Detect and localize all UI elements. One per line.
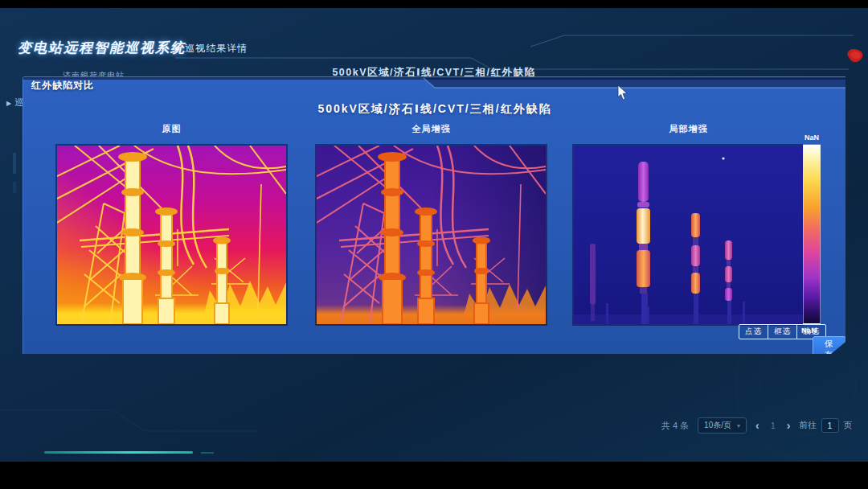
- thermal-image-local-enhanced[interactable]: [572, 144, 805, 326]
- point-select-button[interactable]: 点选: [739, 324, 768, 339]
- app-screen: 变电站远程智能巡视系统 济南银荷变电站 ▶巡视结果详情 500kV区域/济石Ⅰ线…: [0, 8, 868, 462]
- temperature-colorbar: [803, 144, 821, 324]
- brand-logo-icon: [842, 46, 866, 65]
- thermal-image-original[interactable]: [55, 144, 288, 326]
- triangle-bullet-icon: ▶: [175, 45, 181, 52]
- colorbar-max-label: NaN: [798, 134, 825, 142]
- modal-top-trim: [23, 77, 846, 92]
- prev-page-button[interactable]: ‹: [755, 420, 760, 431]
- jump-page-input[interactable]: [821, 418, 839, 433]
- panel-label-global-enhanced: 全局增强: [317, 123, 546, 135]
- page-size-value: 10条/页: [704, 420, 731, 431]
- thermal-image-global-enhanced[interactable]: [315, 144, 547, 326]
- panel-label-original: 原图: [57, 123, 286, 135]
- sidebar-item-clipped[interactable]: ▶巡: [6, 97, 23, 109]
- progress-accent-dot: [201, 452, 214, 454]
- current-page-button[interactable]: 1: [768, 421, 778, 430]
- letterbox-bottom: [0, 462, 868, 489]
- page-size-select[interactable]: 10条/页 ▾: [698, 417, 747, 434]
- pagination-total: 共 4 条: [661, 420, 689, 432]
- progress-accent-line: [44, 451, 193, 454]
- page-jump: 前往 页: [800, 418, 853, 433]
- modal-tab-title: 红外缺陷对比: [31, 79, 94, 92]
- panel-label-local-enhanced: 局部增强: [574, 123, 803, 135]
- infrared-defect-compare-modal: 红外缺陷对比 500kV区域/济石Ⅰ线/CVT/三相/红外缺陷 原图 全局增强 …: [23, 76, 847, 355]
- triangle-bullet-icon: ▶: [6, 100, 11, 107]
- pagination-bar: 共 4 条 10条/页 ▾ ‹ 1 › 前往 页: [661, 417, 852, 434]
- save-button[interactable]: 保存: [813, 336, 846, 364]
- app-title: 变电站远程智能巡视系统: [18, 39, 186, 57]
- chevron-down-icon: ▾: [737, 422, 740, 429]
- jump-suffix: 页: [844, 420, 853, 431]
- box-select-button[interactable]: 框选: [768, 324, 797, 339]
- modal-title: 500kV区域/济石Ⅰ线/CVT/三相/红外缺陷: [23, 102, 846, 117]
- jump-prefix: 前往: [800, 420, 817, 431]
- letterbox-top: [0, 0, 868, 8]
- colorbar-min-label: NaN: [801, 326, 817, 335]
- next-page-button[interactable]: ›: [787, 420, 791, 431]
- nav-item-label: 巡视结果详情: [185, 43, 248, 54]
- nav-item-inspection-results[interactable]: ▶巡视结果详情: [175, 42, 248, 55]
